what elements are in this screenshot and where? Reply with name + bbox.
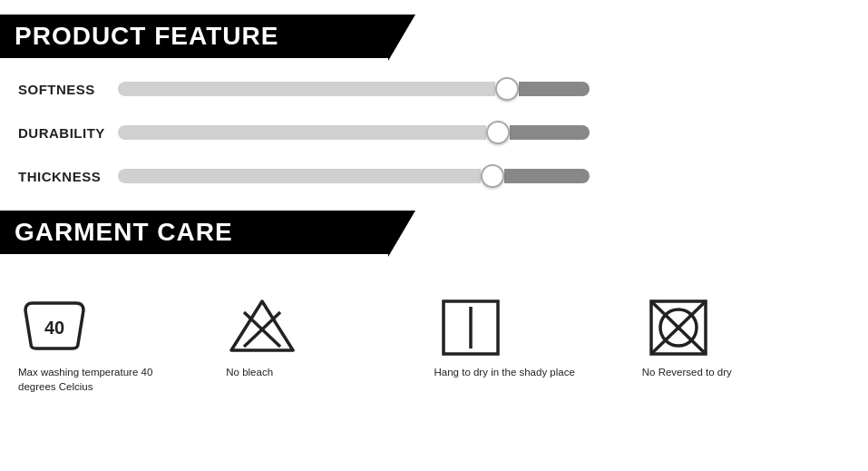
hang-dry-label: Hang to dry in the shady place	[434, 365, 575, 379]
no-bleach-icon	[226, 294, 298, 358]
durability-row: DURABILITY	[18, 123, 850, 142]
care-icon-no-reverse: No Reversed to dry	[642, 294, 850, 379]
thickness-row: THICKNESS	[18, 167, 850, 185]
product-feature-header: PRODUCT FEATURE	[0, 15, 390, 58]
thickness-label: THICKNESS	[18, 169, 118, 184]
svg-text:40: 40	[44, 318, 64, 338]
care-icons-row: 40 Max washing temperature 40 degrees Ce…	[0, 276, 868, 394]
hang-dry-icon	[434, 294, 507, 358]
care-icon-hang-dry: Hang to dry in the shady place	[434, 294, 642, 379]
product-feature-title: PRODUCT FEATURE	[15, 22, 278, 51]
durability-label: DURABILITY	[18, 125, 118, 141]
durability-slider[interactable]	[118, 123, 590, 142]
wash-label: Max washing temperature 40 degrees Celci…	[18, 365, 172, 394]
care-icon-wash: 40 Max washing temperature 40 degrees Ce…	[18, 294, 226, 394]
product-feature-section: PRODUCT FEATURE SOFTNESS DURABILITY THIC…	[0, 0, 868, 185]
garment-care-header: GARMENT CARE	[0, 211, 390, 254]
softness-row: SOFTNESS	[18, 80, 850, 98]
no-reverse-label: No Reversed to dry	[642, 365, 732, 379]
garment-care-title: GARMENT CARE	[15, 218, 233, 247]
softness-label: SOFTNESS	[18, 82, 118, 97]
no-reverse-icon	[642, 294, 715, 358]
care-icon-no-bleach: No bleach	[226, 294, 434, 379]
wash-40-icon: 40	[18, 294, 91, 358]
garment-care-section: GARMENT CARE 40 Max washing temperature …	[0, 211, 868, 394]
softness-slider[interactable]	[118, 80, 590, 98]
no-bleach-label: No bleach	[226, 365, 273, 379]
svg-marker-1	[231, 301, 293, 350]
thickness-slider[interactable]	[118, 167, 590, 185]
